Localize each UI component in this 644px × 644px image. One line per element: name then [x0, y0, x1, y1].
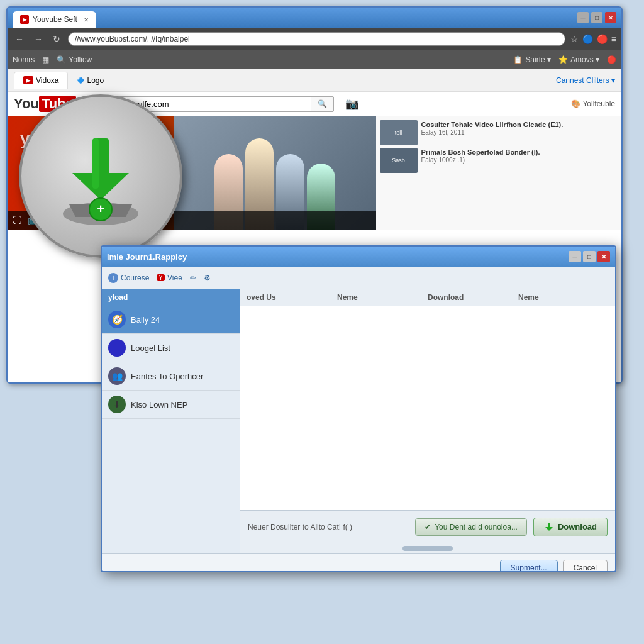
video-card-1: Sasb Primals Bosh Soperfolad Bonder (I).…	[380, 148, 618, 173]
video-info-1: Primals Bosh Soperfolad Bonder (I). Eala…	[421, 148, 618, 173]
dialog-toolbar: i Courese Y Viee ✏ ⚙	[102, 267, 615, 289]
dialog-content: yload 🧭 Bally 24 Loogel List 👥 Eantes To…	[102, 289, 615, 553]
dialog-sidebar-item-2[interactable]: 👥 Eantes To Operhcer	[102, 362, 240, 391]
close-button[interactable]: ✕	[605, 12, 616, 23]
minimize-button[interactable]: ─	[577, 12, 589, 23]
connect-filters[interactable]: Cannest Clilters ▾	[556, 76, 615, 85]
youtube-favicon: ▶	[20, 15, 29, 24]
info-badge: i	[108, 273, 118, 283]
yt-tab-logo[interactable]: 🔷 Logo	[68, 72, 113, 89]
svg-marker-3	[72, 173, 129, 200]
video-thumb-1: Sasb	[380, 148, 418, 173]
checkmark-label: You Dent ad d ounoloa...	[435, 523, 518, 531]
back-button[interactable]: ←	[13, 33, 26, 45]
forward-button[interactable]: →	[31, 33, 45, 45]
toolbar-sairte[interactable]: 📋 Sairte ▾	[513, 55, 551, 64]
video-sidebar: tell Cosulter Tohalc Video Llirfhon Gica…	[376, 116, 621, 230]
scrollbar-thumb[interactable]	[402, 546, 453, 551]
dialog-maximize-button[interactable]: □	[583, 251, 596, 262]
video-info-0: Cosulter Tohalc Video Llirfhon Gicade (E…	[421, 120, 618, 145]
toolbar-nomrs[interactable]: Nomrs	[13, 55, 35, 64]
camera-icon[interactable]: 📷	[345, 97, 359, 111]
browser-tab-active[interactable]: ▶ Youvube Seft ✕	[13, 11, 96, 28]
dialog-window: imle Journ1.Rapplcy ─ □ ✕ i Courese Y Vi…	[101, 245, 616, 572]
supment-button[interactable]: Supment...	[500, 560, 558, 573]
sidebar-icon-1	[108, 339, 126, 357]
toolbar-icon2[interactable]: ▦	[42, 55, 49, 64]
dialog-sidebar-item-3[interactable]: ⬇ Kiso Lown NEP	[102, 391, 240, 419]
video-sub-1: Ealay 1000z .1)	[421, 157, 618, 164]
yt-user-label: 🎨 Yollfeuble	[571, 99, 615, 108]
scrollbar-area	[240, 543, 615, 553]
browser-tab-bar: ▶ Youvube Seft ✕	[13, 8, 572, 28]
tab-label: Youvube Seft	[33, 15, 77, 24]
yt-tab-icon-1: 🔷	[77, 77, 84, 84]
download-mini-icon	[544, 522, 554, 532]
star-icon[interactable]: ☆	[570, 34, 579, 44]
browser-titlebar: ▶ Youvube Seft ✕ ─ □ ✕	[8, 8, 621, 28]
download-button[interactable]: Download	[533, 518, 608, 536]
yt-tab-label-0: Vidoxa	[36, 76, 58, 85]
profile-icon[interactable]: 🔴	[597, 34, 608, 44]
gear-icon[interactable]: ⚙	[204, 274, 211, 282]
sidebar-icon-0: 🧭	[108, 311, 126, 328]
cancel-button[interactable]: Cancel	[563, 560, 608, 573]
toolbar-right: 📋 Sairte ▾ ⭐ Amovs ▾ 🔴	[513, 55, 616, 64]
video-card-0: tell Cosulter Tohalc Video Llirfhon Gica…	[380, 120, 618, 145]
tab-close-icon[interactable]: ✕	[84, 16, 89, 23]
dialog-close-button[interactable]: ✕	[597, 251, 610, 262]
checkmark-icon: ✔	[425, 523, 431, 531]
video-title-1: Primals Bosh Soperfolad Bonder (I).	[421, 148, 618, 157]
address-input[interactable]	[68, 32, 565, 46]
svg-text:+: +	[97, 202, 104, 216]
toolbar-avatar[interactable]: 🔴	[607, 55, 616, 64]
video-title-0: Cosulter Tohalc Video Llirfhon Gicade (E…	[421, 120, 618, 129]
dialog-table-header: oved Us Neme Download Neme	[240, 289, 615, 306]
dialog-main: oved Us Neme Download Neme Neuer Dosulit…	[240, 289, 615, 553]
refresh-button[interactable]: ↻	[50, 33, 63, 45]
window-controls: ─ □ ✕	[577, 12, 616, 23]
dialog-sidebar: yload 🧭 Bally 24 Loogel List 👥 Eantes To…	[102, 289, 240, 553]
yt-search-button[interactable]: 🔍	[311, 96, 334, 112]
extension-icon[interactable]: 🔵	[582, 34, 593, 44]
download-label: Download	[558, 522, 597, 531]
yt-tab-vidoxa[interactable]: ▶ Vidoxa	[14, 72, 68, 89]
dialog-sidebar-header: yload	[102, 289, 240, 306]
checkmark-button[interactable]: ✔ You Dent ad d ounoloa...	[415, 518, 527, 536]
dialog-title: imle Journ1.Rapplcy	[107, 252, 569, 262]
dialog-table-body	[240, 306, 615, 510]
dialog-footer: Supment... Cancel	[102, 553, 615, 572]
address-icons: ☆ 🔵 🔴 ≡	[570, 34, 616, 44]
dialog-sidebar-item-1[interactable]: Loogel List	[102, 334, 240, 362]
browser-addressbar: ← → ↻ ☆ 🔵 🔴 ≡	[8, 28, 621, 50]
video-sub-0: Ealay 16l, 2011	[421, 129, 618, 136]
sidebar-icon-3: ⬇	[108, 396, 126, 413]
svg-rect-4	[92, 138, 99, 189]
yt-icon-toolbar[interactable]: Y Viee	[157, 274, 182, 282]
dialog-minimize-button[interactable]: ─	[569, 251, 581, 262]
yt-tab-favicon: ▶	[23, 76, 33, 84]
yt-tab-label-1: Logo	[87, 76, 104, 85]
download-icon-overlay: +	[19, 94, 182, 258]
dialog-bottom-bar: Neuer Dosuliter to Alito Cat! f( ) ✔ You…	[240, 510, 615, 543]
bottom-label: Neuer Dosuliter to Alito Cat! f( )	[248, 523, 409, 531]
toolbar-amovs[interactable]: ⭐ Amovs ▾	[558, 55, 599, 64]
dialog-sidebar-item-0[interactable]: 🧭 Bally 24	[102, 306, 240, 334]
dialog-win-controls: ─ □ ✕	[569, 251, 610, 262]
info-icon[interactable]: i Courese	[108, 273, 149, 283]
maximize-button[interactable]: □	[591, 12, 602, 23]
toolbar-search[interactable]: 🔍 Yolliow	[57, 55, 92, 64]
video-thumb-0: tell	[380, 120, 418, 145]
svg-marker-8	[545, 527, 553, 531]
pencil-icon[interactable]: ✏	[190, 274, 196, 282]
yt-tabs-bar: ▶ Vidoxa 🔷 Logo Cannest Clilters ▾	[8, 69, 621, 92]
sidebar-icon-2: 👥	[108, 367, 126, 385]
download-icon-circle: +	[19, 94, 182, 258]
download-arrow-svg: +	[60, 126, 142, 226]
browser-toolbar: Nomrs ▦ 🔍 Yolliow 📋 Sairte ▾ ⭐ Amovs ▾ 🔴	[8, 50, 621, 69]
menu-icon[interactable]: ≡	[611, 34, 616, 44]
yt-badge-toolbar: Y	[157, 274, 165, 281]
dialog-titlebar: imle Journ1.Rapplcy ─ □ ✕	[102, 247, 615, 267]
